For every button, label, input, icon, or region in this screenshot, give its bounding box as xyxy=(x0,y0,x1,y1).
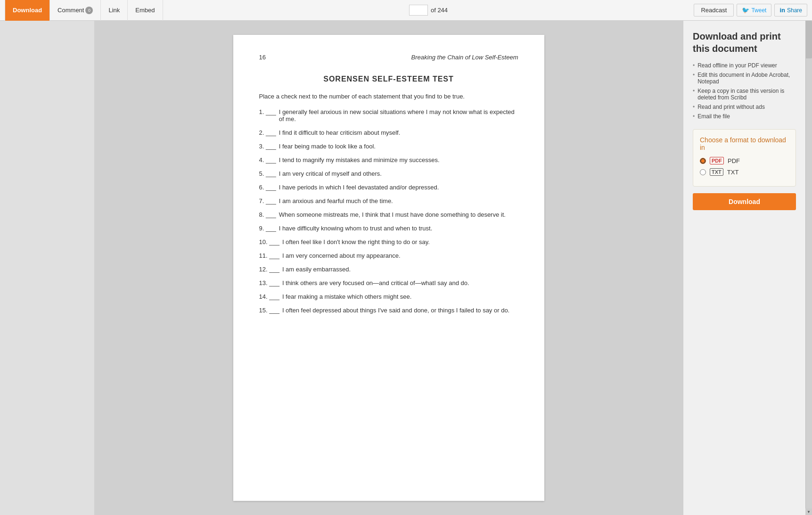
page-input[interactable]: 83 xyxy=(409,5,428,16)
left-panel xyxy=(0,21,94,515)
list-item: 8. ___When someone mistreats me, I think… xyxy=(259,211,518,218)
benefit-item: Edit this document in Adobe Acrobat, Not… xyxy=(693,72,796,85)
main-content: 16 Breaking the Chain of Low Self-Esteem… xyxy=(0,21,812,515)
list-item: 7. ___I am anxious and fearful much of t… xyxy=(259,197,518,204)
page-navigation: 83 of 244 xyxy=(409,5,448,16)
benefit-item: Email the file xyxy=(693,113,796,120)
item-number: 13. ___ xyxy=(259,279,279,286)
twitter-icon: 🐦 xyxy=(742,7,749,14)
item-text: When someone mistreats me, I think that … xyxy=(279,211,506,218)
doc-main-title: SORENSEN SELF-ESTEEM TEST xyxy=(259,75,518,83)
list-item: 4. ___I tend to magnify my mistakes and … xyxy=(259,156,518,163)
doc-intro: Place a check next to the number of each… xyxy=(259,93,518,100)
item-text: I am very concerned about my appearance. xyxy=(282,252,401,259)
format-section-title: Choose a format to download in xyxy=(700,136,789,151)
doc-items-container: 1. ___I generally feel anxious in new so… xyxy=(259,108,518,314)
item-number: 10. ___ xyxy=(259,238,279,245)
item-text: I tend to magnify my mistakes and minimi… xyxy=(279,156,440,163)
comment-tab[interactable]: Comment 0 xyxy=(50,0,101,21)
list-item: 10. ___I often feel like I don't know th… xyxy=(259,238,518,245)
list-item: 3. ___I fear being made to look like a f… xyxy=(259,143,518,150)
doc-page-number: 16 xyxy=(259,54,266,61)
pdf-label: PDF xyxy=(728,157,740,164)
item-number: 2. ___ xyxy=(259,129,276,136)
page-total: of 244 xyxy=(431,7,448,14)
item-number: 8. ___ xyxy=(259,211,276,218)
benefit-item: Keep a copy in case this version is dele… xyxy=(693,88,796,101)
item-text: I am easily embarrassed. xyxy=(282,266,351,273)
document-page: 16 Breaking the Chain of Low Self-Esteem… xyxy=(233,35,544,501)
list-item: 6. ___I have periods in which I feel dev… xyxy=(259,184,518,191)
doc-header: 16 Breaking the Chain of Low Self-Esteem xyxy=(259,54,518,61)
comment-label: Comment xyxy=(57,7,84,14)
comment-badge: 0 xyxy=(85,7,93,14)
pdf-icon: PDF xyxy=(710,157,724,164)
item-number: 9. ___ xyxy=(259,225,276,232)
txt-label: TXT xyxy=(727,169,739,176)
tweet-label: Tweet xyxy=(751,7,766,14)
item-number: 12. ___ xyxy=(259,266,279,273)
list-item: 2. ___I find it difficult to hear critic… xyxy=(259,129,518,136)
toolbar: Download Comment 0 Link Embed 83 of 244 … xyxy=(0,0,812,21)
embed-tab[interactable]: Embed xyxy=(128,0,163,21)
list-item: 1. ___I generally feel anxious in new so… xyxy=(259,108,518,123)
link-tab[interactable]: Link xyxy=(101,0,128,21)
item-text: I often feel like I don't know the right… xyxy=(282,238,430,245)
item-text: I generally feel anxious in new social s… xyxy=(279,108,518,123)
item-number: 5. ___ xyxy=(259,170,276,177)
item-text: I fear making a mistake which others mig… xyxy=(282,293,412,300)
linkedin-icon: in xyxy=(779,7,785,14)
list-item: 11. ___I am very concerned about my appe… xyxy=(259,252,518,259)
item-text: I fear being made to look like a fool. xyxy=(279,143,376,150)
doc-title: Breaking the Chain of Low Self-Esteem xyxy=(411,54,518,61)
list-item: 15. ___I often feel depressed about thin… xyxy=(259,307,518,314)
share-button[interactable]: in Share xyxy=(774,4,807,16)
list-item: 13. ___I think others are very focused o… xyxy=(259,279,518,286)
item-number: 4. ___ xyxy=(259,156,276,163)
format-section: Choose a format to download in PDF PDF T… xyxy=(693,129,796,187)
download-tab[interactable]: Download xyxy=(5,0,50,21)
list-item: 5. ___I am very critical of myself and o… xyxy=(259,170,518,177)
item-number: 6. ___ xyxy=(259,184,276,191)
pdf-radio[interactable] xyxy=(700,158,706,164)
item-number: 3. ___ xyxy=(259,143,276,150)
download-button[interactable]: Download xyxy=(693,193,796,210)
list-item: 14. ___I fear making a mistake which oth… xyxy=(259,293,518,300)
share-label: Share xyxy=(787,7,802,14)
txt-icon: TXT xyxy=(710,168,723,176)
item-text: I often feel depressed about things I've… xyxy=(282,307,509,314)
item-text: I am very critical of myself and others. xyxy=(279,170,382,177)
panel-title: Download and print this document xyxy=(693,30,796,55)
scrollbar[interactable]: ▼ xyxy=(805,21,812,515)
item-number: 1. ___ xyxy=(259,108,276,123)
document-viewer[interactable]: 16 Breaking the Chain of Low Self-Esteem… xyxy=(94,21,683,515)
benefit-item: Read and print without ads xyxy=(693,104,796,110)
item-text: I have difficulty knowing whom to trust … xyxy=(279,225,433,232)
pdf-format-option: PDF PDF xyxy=(700,157,789,164)
item-number: 11. ___ xyxy=(259,252,279,259)
item-number: 14. ___ xyxy=(259,293,279,300)
item-number: 15. ___ xyxy=(259,307,279,314)
item-text: I have periods in which I feel devastate… xyxy=(279,184,439,191)
right-panel: Download and print this document Read of… xyxy=(683,21,805,515)
txt-format-option: TXT TXT xyxy=(700,168,789,176)
benefits-list: Read offline in your PDF viewerEdit this… xyxy=(693,62,796,120)
tweet-button[interactable]: 🐦 Tweet xyxy=(737,4,771,16)
list-item: 9. ___I have difficulty knowing whom to … xyxy=(259,225,518,232)
scroll-arrow-down[interactable]: ▼ xyxy=(805,508,812,515)
item-text: I think others are very focused on—and c… xyxy=(282,279,469,286)
item-text: I am anxious and fearful much of the tim… xyxy=(279,197,393,204)
txt-radio[interactable] xyxy=(700,169,706,175)
item-number: 7. ___ xyxy=(259,197,276,204)
item-text: I find it difficult to hear criticism ab… xyxy=(279,129,401,136)
readcast-button[interactable]: Readcast xyxy=(694,4,734,16)
benefit-item: Read offline in your PDF viewer xyxy=(693,62,796,69)
scroll-thumb[interactable] xyxy=(805,21,812,58)
list-item: 12. ___I am easily embarrassed. xyxy=(259,266,518,273)
